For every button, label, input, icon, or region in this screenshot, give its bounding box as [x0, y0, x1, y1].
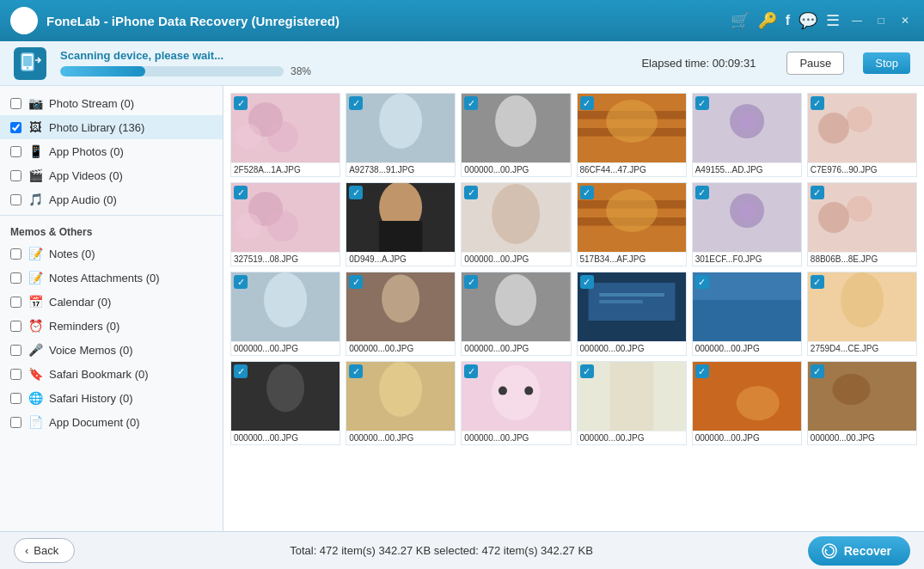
photo-cell[interactable]: ✓2759D4...CE.JPG — [807, 272, 917, 356]
safari-history-checkbox[interactable] — [10, 393, 21, 404]
photo-cell[interactable]: ✓86CF44...47.JPG — [577, 93, 687, 177]
back-label: Back — [34, 544, 58, 557]
photo-checkbox[interactable]: ✓ — [234, 275, 248, 289]
photo-thumbnail — [346, 272, 455, 341]
back-chevron-icon: ‹ — [25, 544, 28, 557]
photo-cell[interactable]: ✓000000...00.JPG — [346, 272, 456, 356]
photo-checkbox[interactable]: ✓ — [811, 96, 824, 110]
sidebar-item-app-audio[interactable]: 🎵 App Audio (0) — [0, 187, 223, 211]
notes-attach-checkbox[interactable] — [10, 272, 21, 284]
pause-button[interactable]: Pause — [786, 52, 844, 75]
photo-checkbox[interactable]: ✓ — [234, 364, 248, 378]
photo-checkbox[interactable]: ✓ — [349, 275, 363, 289]
photo-cell[interactable]: ✓000000...00.JPG — [692, 361, 802, 445]
facebook-icon[interactable]: f — [786, 13, 790, 28]
svg-point-58 — [379, 362, 422, 417]
photo-cell[interactable]: ✓A49155...AD.JPG — [692, 93, 802, 177]
sidebar-item-app-videos[interactable]: 🎬 App Videos (0) — [0, 163, 223, 187]
sidebar-item-app-document[interactable]: 📄 App Document (0) — [0, 410, 223, 434]
photo-checkbox[interactable]: ✓ — [695, 275, 709, 289]
sidebar-item-calendar[interactable]: 📅 Calendar (0) — [0, 290, 223, 314]
voice-memos-icon: 🎤 — [28, 342, 43, 358]
photo-cell[interactable]: ✓C7E976...90.JPG — [807, 93, 917, 177]
photo-label: A49155...AD.JPG — [693, 162, 801, 176]
svg-point-7 — [267, 121, 298, 152]
sidebar-item-photo-stream[interactable]: 📷 Photo Stream (0) — [0, 91, 223, 115]
sidebar-item-app-photos[interactable]: 📱 App Photos (0) — [0, 139, 223, 163]
photo-checkbox[interactable]: ✓ — [234, 186, 248, 199]
voice-memos-checkbox[interactable] — [10, 345, 21, 356]
photo-checkbox[interactable]: ✓ — [695, 364, 709, 378]
photo-label: 000000...00.JPG — [346, 341, 455, 355]
photo-checkbox[interactable]: ✓ — [580, 275, 594, 289]
photo-checkbox[interactable]: ✓ — [349, 364, 363, 378]
sidebar-item-safari-history[interactable]: 🌐 Safari History (0) — [0, 386, 223, 410]
photo-cell[interactable]: ✓000000...00.JPG — [692, 272, 802, 356]
photo-checkbox[interactable]: ✓ — [234, 96, 248, 110]
photo-checkbox[interactable]: ✓ — [695, 186, 709, 199]
safari-bookmark-checkbox[interactable] — [10, 369, 21, 380]
photo-checkbox[interactable]: ✓ — [464, 275, 478, 289]
scan-bar: Scanning device, please wait... 38% Elap… — [0, 41, 924, 86]
photo-cell[interactable]: ✓000000...00.JPG — [461, 361, 571, 445]
app-photos-checkbox[interactable] — [10, 146, 21, 157]
sidebar-item-notes[interactable]: 📝 Notes (0) — [0, 242, 223, 266]
safari-history-icon: 🌐 — [28, 390, 43, 406]
sidebar-item-notes-attach[interactable]: 📝 Notes Attachments (0) — [0, 266, 223, 290]
photo-cell[interactable]: ✓000000...00.JPG — [461, 182, 571, 266]
minimize-button[interactable]: — — [848, 12, 866, 29]
svg-point-62 — [525, 387, 534, 395]
photo-cell[interactable]: ✓000000...00.JPG — [230, 272, 340, 356]
photo-cell[interactable]: ✓301ECF...F0.JPG — [692, 182, 802, 266]
svg-point-6 — [236, 124, 261, 150]
photo-cell[interactable]: ✓000000...00.JPG — [807, 361, 917, 445]
reminders-checkbox[interactable] — [10, 321, 21, 332]
stop-button[interactable]: Stop — [863, 52, 910, 74]
photo-cell[interactable]: ✓000000...00.JPG — [461, 272, 571, 356]
photo-checkbox[interactable]: ✓ — [695, 96, 709, 110]
photo-cell[interactable]: ✓0D949...A.JPG — [346, 182, 456, 266]
calendar-checkbox[interactable] — [10, 297, 21, 308]
photo-library-checkbox[interactable] — [10, 122, 21, 133]
photo-checkbox[interactable]: ✓ — [464, 186, 478, 199]
notes-checkbox[interactable] — [10, 248, 21, 260]
photo-checkbox[interactable]: ✓ — [580, 364, 594, 378]
photo-checkbox[interactable]: ✓ — [811, 186, 824, 199]
maximize-button[interactable]: □ — [872, 12, 890, 29]
photo-cell[interactable]: ✓000000...00.JPG — [230, 361, 340, 445]
photo-checkbox[interactable]: ✓ — [580, 186, 594, 199]
photo-cell[interactable]: ✓000000...00.JPG — [577, 272, 687, 356]
app-videos-checkbox[interactable] — [10, 170, 21, 181]
photo-cell[interactable]: ✓2F528A...1A.JPG — [230, 93, 340, 177]
photo-cell[interactable]: ✓88B06B...8E.JPG — [807, 182, 917, 266]
photo-checkbox[interactable]: ✓ — [349, 96, 363, 110]
back-button[interactable]: ‹ Back — [14, 538, 75, 563]
photo-stream-checkbox[interactable] — [10, 98, 21, 109]
chat-icon[interactable]: 💬 — [799, 11, 817, 30]
photo-checkbox[interactable]: ✓ — [464, 364, 478, 378]
photo-cell[interactable]: ✓000000...00.JPG — [461, 93, 571, 177]
cart-icon[interactable]: 🛒 — [731, 11, 750, 30]
sidebar-item-safari-bookmark[interactable]: 🔖 Safari Bookmark (0) — [0, 362, 223, 386]
photo-cell[interactable]: ✓000000...00.JPG — [346, 361, 456, 445]
photo-cell[interactable]: ✓327519...08.JPG — [230, 182, 340, 266]
photo-cell[interactable]: ✓517B34...AF.JPG — [577, 182, 687, 266]
photo-checkbox[interactable]: ✓ — [464, 96, 478, 110]
photo-checkbox[interactable]: ✓ — [580, 96, 594, 110]
photo-checkbox[interactable]: ✓ — [349, 186, 363, 199]
sidebar-item-voice-memos[interactable]: 🎤 Voice Memos (0) — [0, 338, 223, 362]
app-document-checkbox[interactable] — [10, 417, 21, 428]
svg-rect-2 — [23, 56, 32, 66]
close-button[interactable]: ✕ — [896, 12, 914, 29]
sidebar-item-photo-library[interactable]: 🖼 Photo Library (136) — [0, 115, 223, 139]
key-icon[interactable]: 🔑 — [758, 11, 777, 30]
photo-cell[interactable]: ✓A92738...91.JPG — [346, 93, 456, 177]
menu-icon[interactable]: ☰ — [826, 11, 840, 30]
app-audio-checkbox[interactable] — [10, 194, 21, 205]
recover-button[interactable]: Recover — [808, 536, 910, 566]
photo-cell[interactable]: ✓000000...00.JPG — [577, 361, 687, 445]
title-bar: FoneLab - iPhone Data Recovery (Unregist… — [0, 0, 924, 41]
photo-checkbox[interactable]: ✓ — [811, 364, 824, 378]
sidebar-item-reminders[interactable]: ⏰ Reminders (0) — [0, 314, 223, 338]
photo-checkbox[interactable]: ✓ — [811, 275, 824, 289]
